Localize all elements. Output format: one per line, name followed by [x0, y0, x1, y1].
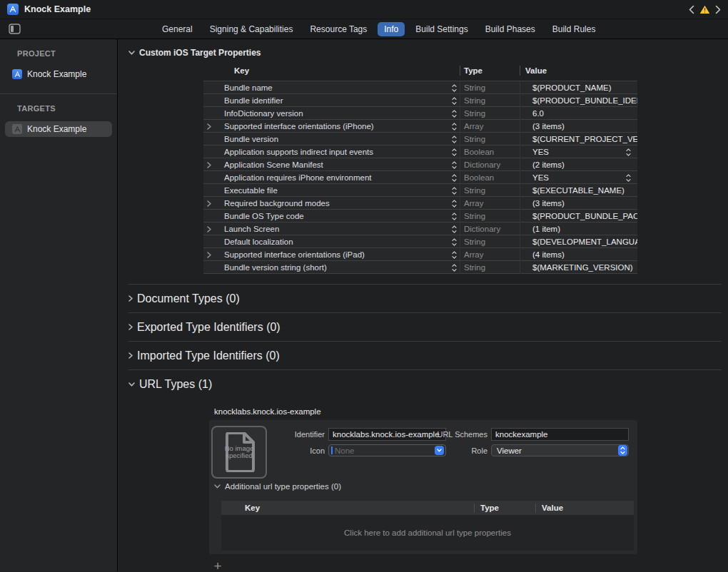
- tab-item[interactable]: Build Settings: [409, 22, 474, 36]
- sidebar-item-project[interactable]: Knock Example: [5, 66, 112, 82]
- table-row[interactable]: Bundle OS Type code String $(PRODUCT_BUN…: [203, 209, 637, 222]
- value-stepper-icon[interactable]: [626, 174, 631, 182]
- tab-item[interactable]: Resource Tags: [303, 22, 373, 36]
- table-row[interactable]: Application Scene Manifest Dictionary (2…: [203, 158, 637, 170]
- key-stepper-icon[interactable]: [448, 213, 460, 220]
- property-type: Array: [460, 197, 520, 210]
- role-label: Role: [416, 446, 487, 455]
- table-row[interactable]: InfoDictionary version String 6.0: [203, 106, 637, 119]
- table-row[interactable]: Executable file String $(EXECUTABLE_NAME…: [203, 183, 637, 196]
- url-schemes-field[interactable]: knockexample: [491, 428, 629, 441]
- property-value[interactable]: (4 items): [520, 248, 637, 261]
- table-row[interactable]: Bundle name String $(PRODUCT_NAME): [203, 81, 637, 93]
- property-value[interactable]: (3 items): [520, 197, 637, 210]
- warning-badge-icon[interactable]: [699, 5, 710, 14]
- tab-item[interactable]: Build Phases: [479, 22, 542, 36]
- table-row[interactable]: Bundle identifier String $(PRODUCT_BUNDL…: [203, 93, 637, 106]
- key-stepper-icon[interactable]: [448, 110, 460, 118]
- disclosure-chevron-icon[interactable]: [203, 226, 215, 233]
- property-value[interactable]: 6.0: [520, 107, 637, 120]
- navigate-back-icon[interactable]: [689, 5, 694, 14]
- table-row[interactable]: Default localization String $(DEVELOPMEN…: [203, 235, 637, 247]
- property-key: Bundle version: [215, 135, 448, 143]
- disclosure-chevron-icon[interactable]: [203, 162, 215, 168]
- key-stepper-icon[interactable]: [448, 225, 460, 233]
- key-stepper-icon[interactable]: [448, 174, 460, 182]
- property-value-text: 6.0: [532, 107, 544, 120]
- table-row[interactable]: Application supports indirect input even…: [203, 145, 637, 158]
- disclosure-chevron-icon[interactable]: [203, 123, 215, 130]
- property-value[interactable]: $(DEVELOPMENT_LANGUAGI: [520, 235, 637, 248]
- table-row[interactable]: Supported interface orientations (iPad) …: [203, 247, 637, 260]
- property-value[interactable]: (2 items): [520, 158, 637, 171]
- key-stepper-icon[interactable]: [448, 97, 460, 105]
- disclosure-chevron-icon[interactable]: [203, 200, 215, 207]
- key-stepper-icon[interactable]: [448, 264, 460, 272]
- role-popup-value: Viewer: [497, 446, 618, 455]
- section-custom-ios-target-properties[interactable]: Custom iOS Target Properties: [128, 47, 722, 58]
- column-header-type[interactable]: Type: [474, 504, 535, 513]
- additional-url-type-properties-header[interactable]: Additional url type properties (0): [214, 482, 341, 491]
- section-document-types[interactable]: Document Types (0): [128, 285, 722, 312]
- tab-item[interactable]: Build Rules: [546, 22, 602, 36]
- property-value[interactable]: (3 items): [520, 120, 637, 133]
- property-value[interactable]: $(EXECUTABLE_NAME): [520, 184, 637, 197]
- column-header-key[interactable]: Key: [215, 66, 448, 75]
- property-value[interactable]: $(PRODUCT_BUNDLE_PACKA: [520, 210, 637, 223]
- key-stepper-icon[interactable]: [448, 161, 460, 169]
- key-stepper-icon[interactable]: [448, 136, 460, 143]
- key-stepper-icon[interactable]: [448, 200, 460, 208]
- property-value-text: $(CURRENT_PROJECT_VERS: [532, 133, 637, 145]
- section-exported-type-identifiers[interactable]: Exported Type Identifiers (0): [128, 313, 722, 341]
- key-stepper-icon[interactable]: [448, 123, 460, 131]
- section-imported-type-identifiers[interactable]: Imported Type Identifiers (0): [128, 342, 722, 369]
- property-value-text: $(PRODUCT_BUNDLE_PACKA: [532, 210, 637, 223]
- table-row[interactable]: Application requires iPhone environment …: [203, 170, 637, 183]
- column-header-value[interactable]: Value: [535, 504, 634, 513]
- property-type: String: [460, 107, 520, 120]
- property-key: Bundle name: [215, 83, 448, 92]
- navigate-forward-icon[interactable]: [715, 5, 721, 14]
- value-stepper-icon[interactable]: [626, 148, 631, 156]
- table-row[interactable]: Required background modes Array (3 items…: [203, 196, 637, 209]
- key-stepper-icon[interactable]: [448, 251, 460, 259]
- role-popup-button[interactable]: Viewer: [491, 444, 629, 456]
- key-stepper-icon[interactable]: [448, 238, 460, 246]
- property-key: Application requires iPhone environment: [215, 173, 448, 182]
- property-value-text: (3 items): [532, 120, 565, 133]
- additional-properties-table: Key Type Value Click here to add additio…: [221, 501, 634, 551]
- tab-item[interactable]: Info: [378, 22, 405, 36]
- properties-table-header: Key Type Value: [203, 66, 637, 76]
- property-value-text: $(PRODUCT_NAME): [532, 81, 612, 94]
- property-value[interactable]: $(PRODUCT_BUNDLE_IDENT: [520, 94, 637, 107]
- table-row[interactable]: Bundle version string (short) String $(M…: [203, 260, 637, 273]
- property-key: Supported interface orientations (iPad): [215, 250, 448, 259]
- property-key: Supported interface orientations (iPhone…: [215, 122, 448, 131]
- column-header-type[interactable]: Type: [460, 66, 520, 76]
- sidebar-toggle-icon[interactable]: [9, 24, 21, 34]
- key-stepper-icon[interactable]: [448, 84, 460, 92]
- disclosure-chevron-icon[interactable]: [203, 252, 215, 258]
- column-header-value[interactable]: Value: [520, 66, 637, 76]
- property-value[interactable]: $(PRODUCT_NAME): [520, 81, 637, 94]
- property-value[interactable]: YES: [520, 171, 637, 184]
- property-value[interactable]: YES: [520, 145, 637, 158]
- property-value[interactable]: (1 item): [520, 223, 637, 235]
- property-value[interactable]: $(MARKETING_VERSION): [520, 261, 637, 274]
- section-url-types[interactable]: URL Types (1): [128, 370, 722, 398]
- table-row[interactable]: Supported interface orientations (iPhone…: [203, 119, 637, 132]
- additional-table-empty-message[interactable]: Click here to add additional url type pr…: [221, 515, 634, 551]
- tab-item[interactable]: Signing & Capabilities: [203, 22, 300, 36]
- key-stepper-icon[interactable]: [448, 148, 460, 156]
- add-url-type-button[interactable]: +: [211, 561, 224, 571]
- no-image-label: No image specified: [223, 432, 256, 472]
- key-stepper-icon[interactable]: [448, 187, 460, 195]
- sidebar-item-target[interactable]: Knock Example: [5, 121, 112, 137]
- property-value-text: (2 items): [532, 158, 565, 171]
- table-row[interactable]: Launch Screen Dictionary (1 item): [203, 222, 637, 235]
- property-value[interactable]: $(CURRENT_PROJECT_VERS: [520, 133, 637, 145]
- column-header-key[interactable]: Key: [221, 504, 474, 512]
- tab-item[interactable]: General: [156, 22, 199, 36]
- section-title: Imported Type Identifiers (0): [137, 349, 280, 362]
- table-row[interactable]: Bundle version String $(CURRENT_PROJECT_…: [203, 132, 637, 145]
